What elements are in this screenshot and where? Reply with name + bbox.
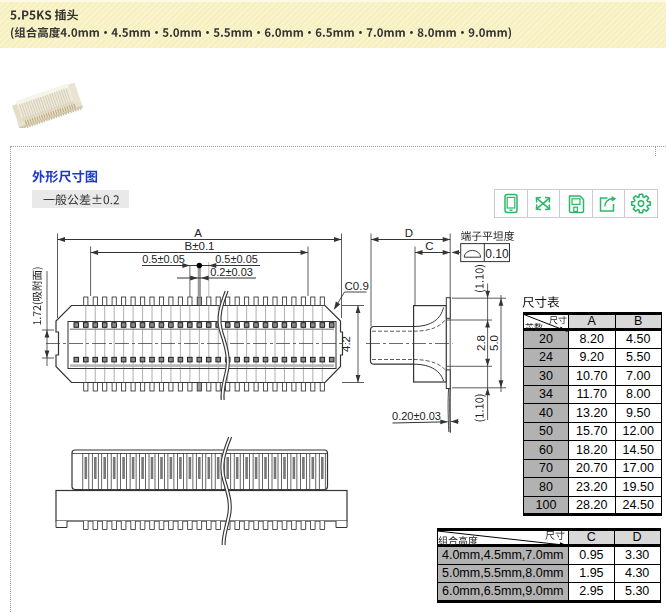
svg-text:D: D — [405, 227, 413, 239]
svg-text:5.0: 5.0 — [488, 335, 500, 351]
svg-text:0.5±0.05: 0.5±0.05 — [215, 253, 258, 265]
svg-text:C: C — [425, 240, 433, 252]
svg-text:C0.9: C0.9 — [345, 280, 369, 292]
svg-text:0.10: 0.10 — [485, 247, 509, 261]
svg-text:0.2±0.03: 0.2±0.03 — [210, 266, 253, 278]
svg-text:4.2: 4.2 — [340, 336, 352, 352]
svg-text:B±0.1: B±0.1 — [185, 240, 215, 252]
svg-text:A: A — [194, 227, 202, 239]
svg-text:0.20±0.03: 0.20±0.03 — [392, 410, 441, 422]
svg-text:0.5±0.05: 0.5±0.05 — [142, 253, 185, 265]
svg-text:2.8: 2.8 — [475, 335, 487, 351]
